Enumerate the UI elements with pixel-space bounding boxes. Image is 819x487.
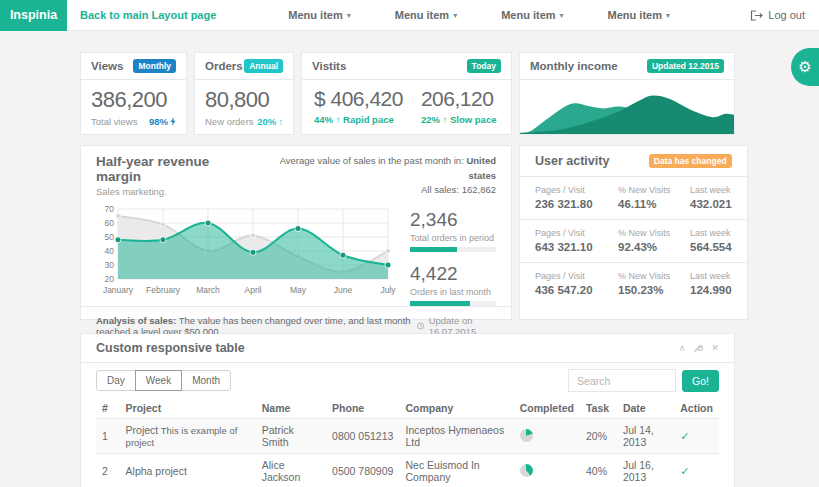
orders-in-period-label: Total orders in period (410, 233, 496, 243)
visits-left-stat: $ 406,420 44% ↑ Rapid pace (314, 86, 403, 125)
svg-text:March: March (196, 285, 220, 295)
arrow-up-icon: ↑ (336, 114, 341, 125)
visits-panel-title: Vistits (312, 60, 346, 72)
activity-label: % New Visits (618, 228, 690, 238)
activity-cell: Pages / Visit236 321.80 (535, 185, 618, 210)
svg-text:January: January (103, 285, 134, 295)
orders-last-month-label: Orders in last month (410, 287, 496, 297)
orders-panel: Orders Annual 80,800 New orders 20%↑ (194, 52, 294, 135)
views-panel-title: Views (91, 60, 123, 72)
range-button-day[interactable]: Day (96, 370, 136, 391)
check-icon[interactable]: ✓ (680, 430, 689, 442)
date-cell: Jul 16, 2013 (617, 454, 674, 487)
activity-cell: % New Visits46.11% (618, 185, 690, 210)
brand-logo[interactable]: Inspinia (0, 0, 67, 31)
activity-cell: % New Visits150.23% (618, 271, 690, 296)
dashboard-content: Views Monthly 386,200 Total views 98% Or… (80, 52, 735, 487)
range-button-group: DayWeekMonth (96, 370, 231, 391)
svg-text:20: 20 (105, 274, 115, 284)
chevron-down-icon: ▾ (560, 11, 564, 20)
orders-in-period-progress (410, 247, 496, 252)
user-activity-title: User activity (535, 154, 609, 168)
menu-item-label: Menu item (395, 9, 449, 21)
bolt-icon (170, 117, 176, 126)
activity-cell: Last week124.990 (690, 271, 732, 296)
theme-config-button[interactable]: ⚙ (791, 48, 819, 86)
range-button-month[interactable]: Month (181, 370, 231, 391)
column-header: Phone (326, 398, 399, 419)
task-cell: 20% (580, 419, 617, 454)
visits-left-delta: 44% ↑ Rapid pace (314, 114, 403, 125)
orders-label: New orders (205, 116, 254, 127)
activity-label: Last week (690, 271, 732, 281)
row-number: 2 (96, 454, 120, 487)
revenue-title: Half-year revenue margin (96, 154, 255, 184)
arrow-up-icon: ↑ (278, 116, 283, 127)
revenue-summary: Average value of sales in the past month… (255, 154, 496, 198)
search-input[interactable] (568, 369, 676, 392)
table-row[interactable]: 1Project This is example of projectPatri… (96, 419, 719, 454)
column-header: Name (256, 398, 326, 419)
menu-item-3[interactable]: Menu item▾ (501, 9, 563, 21)
activity-row: Pages / Visit643 321.10% New Visits92.43… (520, 219, 747, 262)
activity-value: 150.23% (618, 284, 690, 296)
menu-item-1[interactable]: Menu item▾ (288, 9, 350, 21)
activity-value: 124.990 (690, 284, 732, 296)
logout-icon (750, 10, 763, 21)
wrench-icon[interactable] (693, 343, 703, 353)
activity-value: 643 321.10 (535, 241, 618, 253)
action-cell: ✓ (674, 454, 719, 487)
revenue-stats: 2,346 Total orders in period 4,422 Order… (396, 203, 496, 306)
revenue-panel: Half-year revenue margin Sales marketing… (80, 145, 512, 320)
user-activity-panel: User activity Data has changed Pages / V… (519, 145, 748, 320)
arrow-up-icon: ↑ (443, 114, 448, 125)
row-number: 1 (96, 419, 120, 454)
menu-item-2[interactable]: Menu item▾ (395, 9, 457, 21)
activity-cell: Last week432.021 (690, 185, 732, 210)
visits-panel: Vistits Today $ 406,420 44% ↑ Rapid pace… (301, 52, 512, 135)
clock-icon (417, 321, 424, 331)
menu-item-label: Menu item (501, 9, 555, 21)
range-button-week[interactable]: Week (135, 370, 182, 391)
activity-value: 432.021 (690, 198, 732, 210)
monthly-income-panel: Monthly income Updated 12.2015 (519, 52, 735, 135)
chevron-down-icon: ▾ (453, 11, 457, 20)
user-activity-badge: Data has changed (649, 154, 732, 168)
views-panel: Views Monthly 386,200 Total views 98% (80, 52, 187, 135)
activity-cell: % New Visits92.43% (618, 228, 690, 253)
orders-delta: 20%↑ (257, 116, 283, 127)
activity-cell: Last week564.554 (690, 228, 732, 253)
completed-cell (514, 419, 580, 454)
orders-panel-title: Orders (205, 60, 243, 72)
income-panel-title: Monthly income (530, 60, 618, 72)
activity-label: Pages / Visit (535, 271, 618, 281)
table-row[interactable]: 2Alpha projectAlice Jackson0500 780909Ne… (96, 454, 719, 487)
svg-text:February: February (146, 285, 181, 295)
name-cell: Patrick Smith (256, 419, 326, 454)
svg-text:April: April (244, 285, 261, 295)
svg-text:60: 60 (105, 218, 115, 228)
projects-table-body: 1Project This is example of projectPatri… (96, 419, 719, 487)
column-header: # (96, 398, 120, 419)
close-icon[interactable]: ✕ (711, 344, 719, 353)
activity-label: % New Visits (618, 185, 690, 195)
go-button[interactable]: Go! (682, 370, 719, 392)
column-header: Date (617, 398, 674, 419)
back-to-layouts-link[interactable]: Back to main Layout page (80, 9, 216, 21)
views-label: Total views (91, 116, 137, 127)
chevron-down-icon: ▾ (666, 11, 670, 20)
logout-button[interactable]: Log out (750, 9, 805, 21)
phone-cell: 0800 051213 (326, 419, 399, 454)
activity-label: Last week (690, 185, 732, 195)
chevron-down-icon: ▾ (347, 11, 351, 20)
project-cell: Project This is example of project (120, 419, 256, 454)
revenue-subtitle: Sales marketing. (96, 186, 255, 197)
user-activity-rows: Pages / Visit236 321.80% New Visits46.11… (520, 177, 747, 305)
menu-item-4[interactable]: Menu item▾ (608, 9, 670, 21)
activity-value: 564.554 (690, 241, 732, 253)
completion-pie-icon (520, 464, 533, 477)
collapse-icon[interactable]: ∧ (679, 344, 686, 353)
orders-last-month-stat: 4,422 Orders in last month (410, 263, 496, 306)
projects-table: #ProjectNamePhoneCompanyCompletedTaskDat… (96, 398, 719, 487)
check-icon[interactable]: ✓ (680, 465, 689, 477)
